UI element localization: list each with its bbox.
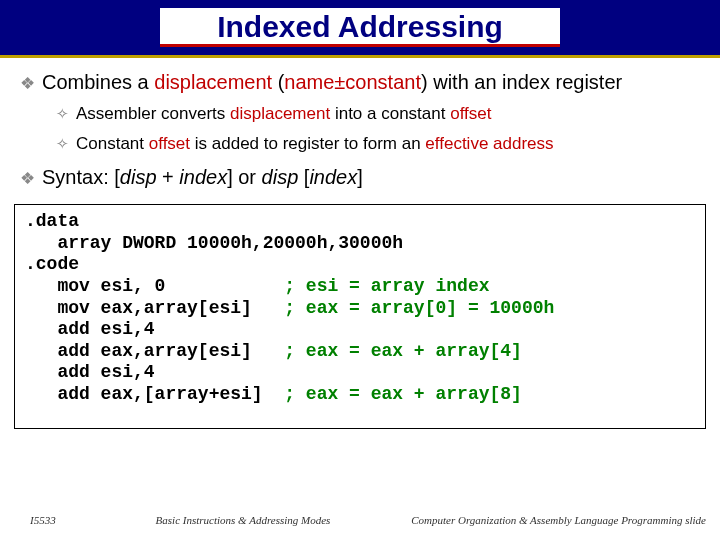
text: ) with an index register	[421, 71, 622, 93]
slide-content: ❖ Combines a displacement (name±constant…	[0, 58, 720, 190]
footer-right: Computer Organization & Assembly Languag…	[376, 514, 706, 526]
text: Constant	[76, 134, 149, 153]
code-line: add esi,4	[25, 319, 155, 339]
sub-bullet-1: ✧ Assembler converts displacement into a…	[56, 103, 700, 125]
code-line: .data	[25, 211, 79, 231]
code-comment: ; esi = array index	[284, 276, 489, 296]
code-line: .code	[25, 254, 79, 274]
bullet-1: ❖ Combines a displacement (name±constant…	[20, 70, 700, 95]
code-line: mov esi, 0	[25, 276, 284, 296]
bullet-2-text: Syntax: [disp + index] or disp [index]	[42, 165, 363, 190]
diamond-icon: ❖	[20, 73, 35, 94]
slide-footer: I5533 Basic Instructions & Addressing Mo…	[0, 514, 720, 526]
footer-left: I5533	[30, 514, 110, 526]
title-bar: Indexed Addressing	[0, 0, 720, 58]
code-line: array DWORD 10000h,20000h,30000h	[25, 233, 403, 253]
diamond-open-icon: ✧	[56, 104, 69, 124]
highlight-offset: offset	[149, 134, 190, 153]
bullet-1-text: Combines a displacement (name±constant) …	[42, 70, 622, 95]
highlight-displacement: displacement	[230, 104, 330, 123]
diamond-open-icon: ✧	[56, 134, 69, 154]
text: Combines a	[42, 71, 154, 93]
code-line: add eax,[array+esi]	[25, 384, 284, 404]
highlight-offset: offset	[450, 104, 491, 123]
code-comment: ; eax = array[0] = 10000h	[284, 298, 554, 318]
diamond-icon: ❖	[20, 168, 35, 189]
code-line: add eax,array[esi]	[25, 341, 284, 361]
text: is added to register to form an	[190, 134, 425, 153]
highlight-displacement: displacement	[154, 71, 272, 93]
footer-center: Basic Instructions & Addressing Modes	[110, 514, 376, 526]
code-example: .data array DWORD 10000h,20000h,30000h .…	[14, 204, 706, 429]
code-line: add esi,4	[25, 362, 155, 382]
text: (	[272, 71, 284, 93]
sub-bullet-1-text: Assembler converts displacement into a c…	[76, 103, 491, 125]
highlight-name-constant: name±constant	[284, 71, 421, 93]
text: Assembler converts	[76, 104, 230, 123]
bullet-2: ❖ Syntax: [disp + index] or disp [index]	[20, 165, 700, 190]
code-comment: ; eax = eax + array[8]	[284, 384, 522, 404]
slide-title: Indexed Addressing	[160, 8, 560, 48]
code-line: mov eax,array[esi]	[25, 298, 284, 318]
highlight-effective-address: effective address	[425, 134, 553, 153]
sub-bullet-2-text: Constant offset is added to register to …	[76, 133, 554, 155]
sub-bullet-2: ✧ Constant offset is added to register t…	[56, 133, 700, 155]
text: into a constant	[330, 104, 450, 123]
code-comment: ; eax = eax + array[4]	[284, 341, 522, 361]
